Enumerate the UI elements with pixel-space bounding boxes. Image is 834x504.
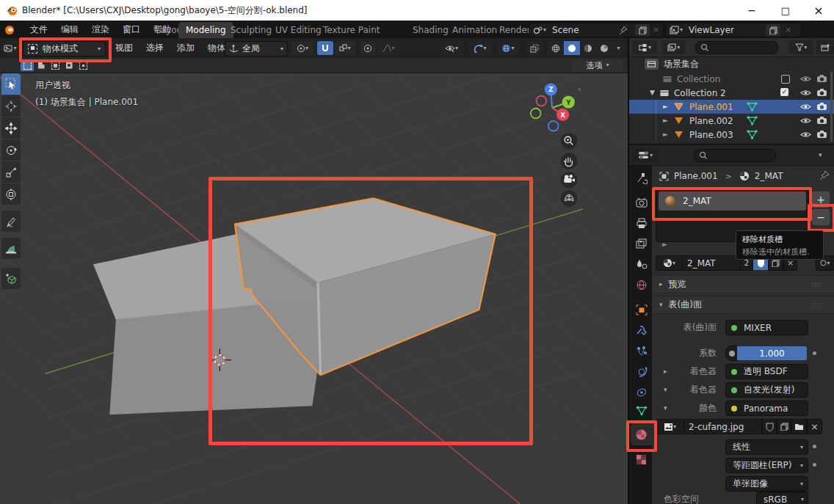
expand-arrow-icon[interactable]: ▸ [664, 368, 667, 375]
editor-type-button[interactable]: ▾ [2, 41, 18, 55]
shading-solid-button[interactable] [564, 41, 580, 55]
image-copy-button[interactable] [777, 419, 791, 434]
remove-view-layer-icon[interactable]: × [785, 25, 791, 34]
select-mode-invert-button[interactable] [62, 59, 76, 71]
color-panorama-field[interactable]: Panorama [725, 401, 808, 416]
tool-scale[interactable] [1, 161, 21, 183]
scene-collection-row[interactable]: 场景集合 [629, 57, 834, 71]
transform-orientation-selector[interactable]: 全局 ▾ [225, 41, 288, 56]
menu-add[interactable]: 添加 [170, 40, 201, 56]
tab-output[interactable] [629, 218, 653, 228]
object-row-plane-002[interactable]: ► Plane.002 [629, 114, 834, 128]
properties-options-dropdown[interactable]: ▾ [819, 152, 822, 158]
factor-slider[interactable]: 1.000 [737, 346, 807, 360]
tab-modifiers[interactable] [629, 325, 653, 336]
material-name-field[interactable]: 2_MAT [683, 255, 741, 271]
pivot-point-button[interactable]: ▾ [291, 41, 313, 55]
material-slot-item[interactable]: 2_MAT [659, 191, 806, 211]
shader-emission-field[interactable]: 自发光(发射) [725, 382, 808, 398]
tab-scene[interactable] [629, 259, 653, 269]
expand-arrow-icon[interactable]: ▾ [664, 405, 667, 412]
outliner-scrollbar[interactable] [830, 71, 833, 142]
expand-arrow-icon[interactable]: ▼ [650, 90, 655, 96]
tab-material-active[interactable] [631, 423, 652, 445]
camera-visibility-icon[interactable] [816, 88, 827, 97]
animate-decorator[interactable] [813, 445, 816, 448]
menu-select[interactable]: 选择 [139, 40, 170, 56]
surface-shader-field[interactable]: MIXER [725, 320, 808, 335]
remove-material-slot-button[interactable]: − [812, 209, 830, 225]
tab-object[interactable] [629, 304, 653, 315]
object-row-plane-001[interactable]: ► Plane.001 [629, 100, 834, 114]
tool-move[interactable] [1, 117, 21, 139]
eye-icon[interactable] [800, 131, 811, 139]
tab-shading[interactable]: Shading [408, 22, 453, 38]
tab-sculpting[interactable]: Sculpting [226, 22, 276, 38]
snap-toggle-button[interactable] [317, 41, 333, 55]
tool-select-box[interactable] [1, 73, 21, 95]
select-mode-box-button[interactable] [21, 59, 34, 71]
shading-wireframe-button[interactable] [548, 41, 564, 55]
tool-measure[interactable] [1, 238, 21, 259]
blender-menu-icon[interactable] [3, 23, 15, 36]
shading-rendered-button[interactable] [596, 41, 612, 55]
outliner-search-input[interactable] [695, 41, 779, 54]
gizmos-toggle-button[interactable]: ▾ [468, 41, 492, 55]
tab-view-layer[interactable] [629, 238, 653, 249]
panel-preview[interactable]: ▸ 预览 ∷∷ [652, 275, 834, 293]
panel-surface[interactable]: ▾ 表(曲)面 ∷∷ [652, 296, 834, 314]
tab-object-data[interactable] [629, 406, 653, 416]
scene-selector[interactable]: ▾ Scene × [529, 23, 664, 37]
image-fake-user-button[interactable] [762, 419, 777, 434]
animate-decorator[interactable] [813, 463, 816, 467]
tab-physics[interactable] [629, 366, 653, 377]
snap-target-button[interactable]: ▾ [335, 41, 355, 55]
exclude-checkbox-checked[interactable]: ✓ [780, 88, 788, 96]
expand-arrow-icon[interactable]: ► [663, 131, 668, 138]
options-dropdown[interactable]: 选项 ▾ [572, 59, 623, 71]
factor-socket-button[interactable] [725, 346, 738, 361]
panel-drag-handle[interactable]: ∷∷ [812, 281, 822, 288]
overlays-toggle-button[interactable]: ▾ [496, 41, 520, 55]
minimize-button[interactable]: − [736, 0, 768, 21]
view-layer-name[interactable]: ViewLayer [689, 25, 734, 35]
tool-add-cube[interactable] [1, 268, 21, 289]
eye-icon[interactable] [800, 89, 811, 97]
tool-rotate[interactable] [1, 139, 21, 161]
tab-constraints[interactable] [629, 387, 653, 398]
breadcrumb-material[interactable]: 2_MAT [755, 171, 783, 181]
mode-selector[interactable]: 物体模式 ▾ [23, 41, 106, 56]
add-material-slot-button[interactable]: + [812, 191, 830, 208]
camera-visibility-icon[interactable] [816, 116, 827, 125]
tab-animation[interactable]: Animation [448, 22, 501, 38]
panel-drag-handle[interactable]: ∷∷ [812, 302, 822, 309]
properties-editor-type-button[interactable]: ▾ [631, 148, 659, 163]
viewport-scene[interactable]: Z Y X ‹ [0, 72, 628, 504]
outliner-display-mode-button[interactable]: ▾ [662, 40, 686, 54]
tab-texture-paint[interactable]: Texture Paint [319, 22, 384, 38]
xray-toggle-button[interactable] [526, 41, 543, 55]
tab-render[interactable] [629, 197, 653, 208]
tab-particles[interactable] [629, 346, 653, 357]
image-source-dropdown[interactable]: 单张图像 ▾ [725, 476, 808, 492]
maximize-button[interactable]: □ [769, 0, 802, 21]
tab-uv-editing[interactable]: UV Editing [271, 22, 326, 38]
expand-arrow-icon[interactable]: ► [663, 117, 668, 124]
menu-render[interactable]: 渲染 [85, 21, 116, 37]
eye-icon[interactable] [800, 103, 811, 111]
close-button[interactable]: × [803, 0, 834, 21]
tool-annotate[interactable] [1, 211, 21, 232]
browse-material-button[interactable]: ▾ [656, 255, 683, 271]
animate-decorator[interactable] [813, 351, 816, 355]
eye-icon[interactable] [800, 117, 811, 125]
slot-list-filter-expand[interactable]: ► [662, 241, 667, 248]
tool-transform[interactable] [1, 183, 21, 205]
shading-dropdown[interactable]: ▾ [613, 41, 624, 55]
eye-icon[interactable] [800, 75, 811, 83]
camera-visibility-icon[interactable] [816, 74, 827, 83]
outliner-editor-type-button[interactable]: ▾ [632, 40, 657, 54]
unlink-scene-icon[interactable]: × [653, 25, 659, 34]
collection-row[interactable]: Collection [629, 72, 834, 86]
menu-edit[interactable]: 编辑 [54, 21, 85, 37]
menu-window[interactable]: 窗口 [116, 21, 147, 37]
